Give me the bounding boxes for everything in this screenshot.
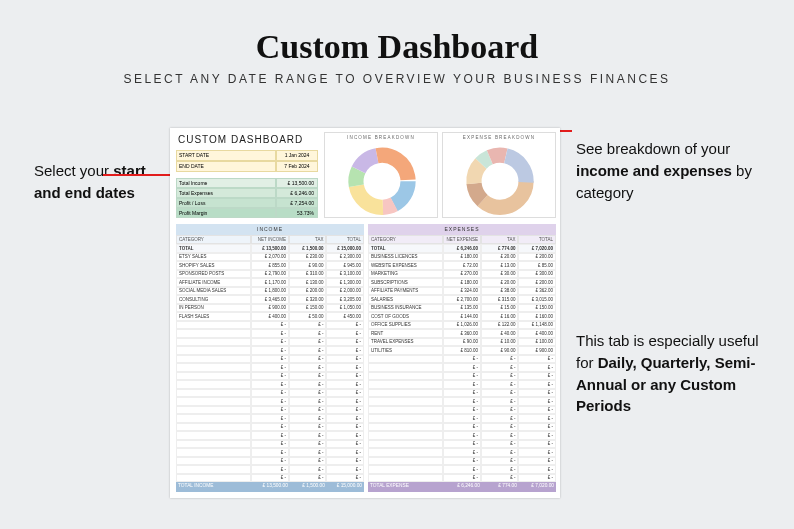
cell: £ - xyxy=(326,363,364,372)
cell: £ - xyxy=(289,363,327,372)
cell xyxy=(176,389,251,398)
cell: £ - xyxy=(481,474,519,483)
table-row: £ -£ -£ - xyxy=(368,414,556,423)
cell xyxy=(176,397,251,406)
cell: £ 3,465.00 xyxy=(251,295,289,304)
table-row: £ -£ -£ - xyxy=(368,457,556,466)
cell: £ - xyxy=(251,389,289,398)
expense-table: EXPENSES CATEGORY NET EXPENSE TAX TOTAL … xyxy=(368,224,556,494)
cell: £ 30.00 xyxy=(481,270,519,279)
donut-icon xyxy=(325,140,439,216)
cell xyxy=(368,423,443,432)
page-title: Custom Dashboard xyxy=(0,0,794,66)
cell: £ - xyxy=(326,474,364,483)
start-date-label: START DATE xyxy=(176,150,276,161)
table-row: £ -£ -£ - xyxy=(176,321,364,330)
col: CATEGORY xyxy=(368,235,443,244)
cell: £ 7,020.00 xyxy=(518,244,556,253)
table-row: £ -£ -£ - xyxy=(368,440,556,449)
cell: £ 400.00 xyxy=(251,312,289,321)
cell: £ 270.00 xyxy=(443,270,481,279)
cell: £ - xyxy=(289,431,327,440)
cell: £ 122.00 xyxy=(481,321,519,330)
cell xyxy=(176,321,251,330)
cell xyxy=(176,423,251,432)
cell: £ - xyxy=(518,380,556,389)
cell: £ - xyxy=(289,389,327,398)
cell: £ - xyxy=(518,414,556,423)
cell: £ - xyxy=(326,380,364,389)
cell xyxy=(368,465,443,474)
cell: £ - xyxy=(289,346,327,355)
cell: COST OF GOODS xyxy=(368,312,443,321)
cell: £ - xyxy=(518,389,556,398)
cell: £ - xyxy=(481,431,519,440)
cell: £ 38.00 xyxy=(481,287,519,296)
table-row: £ -£ -£ - xyxy=(368,389,556,398)
income-donut-chart: INCOME BREAKDOWN xyxy=(324,132,438,218)
cell xyxy=(176,457,251,466)
annotation-breakdown: See breakdown of your income and expense… xyxy=(576,138,756,203)
arrow-icon xyxy=(103,174,175,176)
cell: £ 810.00 xyxy=(443,346,481,355)
cell: £ - xyxy=(481,372,519,381)
table-row: £ -£ -£ - xyxy=(368,380,556,389)
cell: SHOPIFY SALES xyxy=(176,261,251,270)
kpi-box: Total Income£ 13,500.00 Total Expenses£ … xyxy=(176,178,318,218)
cell: £ - xyxy=(481,397,519,406)
date-range-box: START DATE 1 Jan 2024 END DATE 7 Feb 202… xyxy=(176,150,318,172)
cell: £ - xyxy=(481,380,519,389)
cell: £ 72.00 xyxy=(443,261,481,270)
col: NET EXPENSE xyxy=(443,235,481,244)
col: TAX xyxy=(289,235,327,244)
cell: £ - xyxy=(251,431,289,440)
cell: £ 855.00 xyxy=(251,261,289,270)
cell: ETSY SALES xyxy=(176,253,251,262)
cell: £ - xyxy=(251,406,289,415)
cell: £ 324.00 xyxy=(443,287,481,296)
cell: £ - xyxy=(443,431,481,440)
cell: BUSINESS INSURANCE xyxy=(368,304,443,313)
cell: £ 6,246.00 xyxy=(445,482,482,492)
cell xyxy=(176,355,251,364)
text: Select your xyxy=(34,162,113,179)
table-row: SALARIES£ 2,700.00£ 315.00£ 3,015.00 xyxy=(368,295,556,304)
kpi-label: Total Income xyxy=(176,178,276,188)
cell xyxy=(368,431,443,440)
col-header: CATEGORY NET EXPENSE TAX TOTAL xyxy=(368,235,556,244)
table-row: TRAVEL EXPENSES£ 90.00£ 10.00£ 100.00 xyxy=(368,338,556,347)
cell: £ - xyxy=(326,448,364,457)
cell xyxy=(368,372,443,381)
cell: £ 135.00 xyxy=(443,304,481,313)
cell: £ - xyxy=(326,346,364,355)
cell: £ - xyxy=(443,355,481,364)
cell: £ 3,100.00 xyxy=(326,270,364,279)
cell: £ 945.00 xyxy=(326,261,364,270)
cell: £ 774.00 xyxy=(481,244,519,253)
table-row: £ -£ -£ - xyxy=(368,355,556,364)
cell xyxy=(368,406,443,415)
cell: £ - xyxy=(326,431,364,440)
cell xyxy=(368,448,443,457)
expense-donut-chart: EXPENSE BREAKDOWN xyxy=(442,132,556,218)
cell: £ - xyxy=(326,389,364,398)
cell: £ - xyxy=(481,465,519,474)
table-row: MARKETING£ 270.00£ 30.00£ 300.00 xyxy=(368,270,556,279)
table-row: SUBSCRIPTIONS£ 180.00£ 20.00£ 200.00 xyxy=(368,278,556,287)
cell: £ - xyxy=(289,380,327,389)
table-row: SPONSORED POSTS£ 2,790.00£ 310.00£ 3,100… xyxy=(176,270,364,279)
cell: £ 310.00 xyxy=(289,270,327,279)
table-row: SHOPIFY SALES£ 855.00£ 90.00£ 945.00 xyxy=(176,261,364,270)
cell xyxy=(176,440,251,449)
cell xyxy=(176,448,251,457)
cell: £ - xyxy=(251,346,289,355)
cell: AFFILIATE PAYMENTS xyxy=(368,287,443,296)
kpi-value: 53.73% xyxy=(276,208,318,218)
cell: £ 1,500.00 xyxy=(290,482,327,492)
cell: £ 3,205.00 xyxy=(326,295,364,304)
cell: £ - xyxy=(518,431,556,440)
cell: £ 2,700.00 xyxy=(443,295,481,304)
total-row: TOTAL £ 13,500.00 £ 1,500.00 £ 15,000.00 xyxy=(176,244,364,253)
col: CATEGORY xyxy=(176,235,251,244)
cell: £ 1,300.00 xyxy=(326,278,364,287)
